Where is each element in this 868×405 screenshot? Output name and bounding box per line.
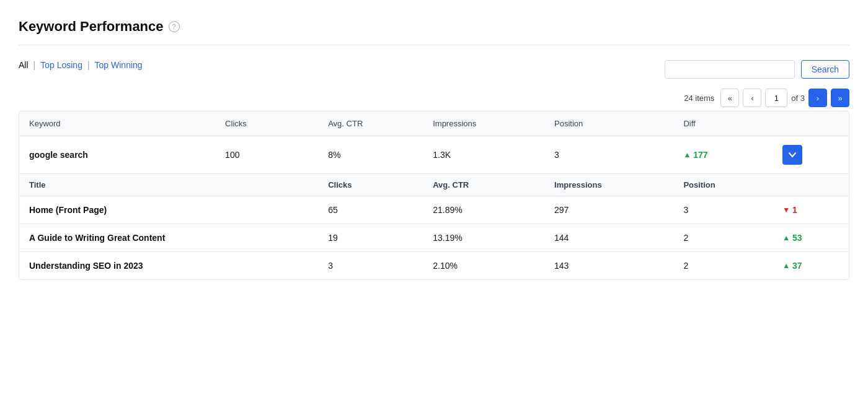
sub-row-3-diff: ▲ 37 [773,252,849,280]
col-impressions: Impressions [423,111,544,136]
sub-row-2-diff: ▲ 53 [773,224,849,252]
pagination-next-button[interactable]: › [808,89,827,107]
sub-row-3-impressions: 143 [544,252,673,280]
pagination-page-input[interactable] [765,89,787,107]
sub-row-3-position: 2 [673,252,773,280]
col-position: Position [544,111,673,136]
sub-row-3-avg-ctr: 2.10% [423,252,544,280]
filter-sep-1: | [33,60,36,70]
expand-cell [773,136,849,174]
table-row: Home (Front Page) 65 21.89% 297 3 ▼ 1 [19,196,849,224]
sub-row-2-clicks: 19 [318,224,423,252]
sub-col-title: Title [19,174,318,196]
keyword-impressions: 1.3K [423,136,544,174]
pagination-last-button[interactable]: » [831,89,849,107]
diff-up-icon: ▲ [683,150,691,159]
col-expand [773,111,849,136]
pagination-prev-button[interactable]: ‹ [743,89,761,107]
diff-up-icon: ▲ [782,261,790,270]
table-header-row: Keyword Clicks Avg. CTR Impressions Posi… [19,111,849,136]
sub-col-position: Position [673,174,773,196]
pagination-items-count: 24 items [684,94,714,103]
sub-row-1-title: Home (Front Page) [19,196,318,224]
sub-row-1-clicks: 65 [318,196,423,224]
sub-row-2-title: A Guide to Writing Great Content [19,224,318,252]
keyword-clicks: 100 [215,136,318,174]
keyword-avg-ctr: 8% [318,136,423,174]
diff-value: 53 [792,233,802,243]
filter-all[interactable]: All [19,60,29,70]
diff-value: 177 [693,150,707,160]
sub-col-diff-blank [773,174,849,196]
search-input[interactable] [665,60,795,79]
keyword-name: google search [19,136,215,174]
sub-col-avg-ctr: Avg. CTR [423,174,544,196]
col-diff: Diff [673,111,773,136]
chevron-down-icon [789,152,796,157]
col-avg-ctr: Avg. CTR [318,111,423,136]
sub-table-header-row: Title Clicks Avg. CTR Impressions Positi… [19,174,849,196]
sub-row-2-impressions: 144 [544,224,673,252]
keyword-position: 3 [544,136,673,174]
sub-row-3-title: Understanding SEO in 2023 [19,252,318,280]
diff-up-icon: ▲ [782,233,790,242]
search-button[interactable]: Search [801,60,849,79]
expand-button[interactable] [782,145,802,165]
sub-col-clicks: Clicks [318,174,423,196]
pagination-first-button[interactable]: « [720,89,739,107]
sub-row-1-avg-ctr: 21.89% [423,196,544,224]
table-row: Understanding SEO in 2023 3 2.10% 143 2 … [19,252,849,280]
help-icon[interactable]: ? [169,21,180,32]
table-row: A Guide to Writing Great Content 19 13.1… [19,224,849,252]
keyword-table: Keyword Clicks Avg. CTR Impressions Posi… [19,111,849,280]
filter-top-winning[interactable]: Top Winning [95,60,143,70]
filter-tabs: All | Top Losing | Top Winning [19,60,143,70]
page-title: Keyword Performance [19,19,164,35]
sub-row-2-position: 2 [673,224,773,252]
filter-top-losing[interactable]: Top Losing [40,60,82,70]
table-row: google search 100 8% 1.3K 3 ▲ 177 [19,136,849,174]
sub-col-impressions: Impressions [544,174,673,196]
diff-value: 37 [792,261,802,271]
sub-row-1-position: 3 [673,196,773,224]
sub-row-1-impressions: 297 [544,196,673,224]
filter-sep-2: | [87,60,90,70]
keyword-diff: ▲ 177 [673,136,773,174]
col-clicks: Clicks [215,111,318,136]
diff-value: 1 [792,205,797,215]
sub-row-1-diff: ▼ 1 [773,196,849,224]
sub-row-2-avg-ctr: 13.19% [423,224,544,252]
col-keyword: Keyword [19,111,215,136]
pagination-of-label: of 3 [791,94,805,103]
sub-row-3-clicks: 3 [318,252,423,280]
diff-down-icon: ▼ [782,206,790,214]
